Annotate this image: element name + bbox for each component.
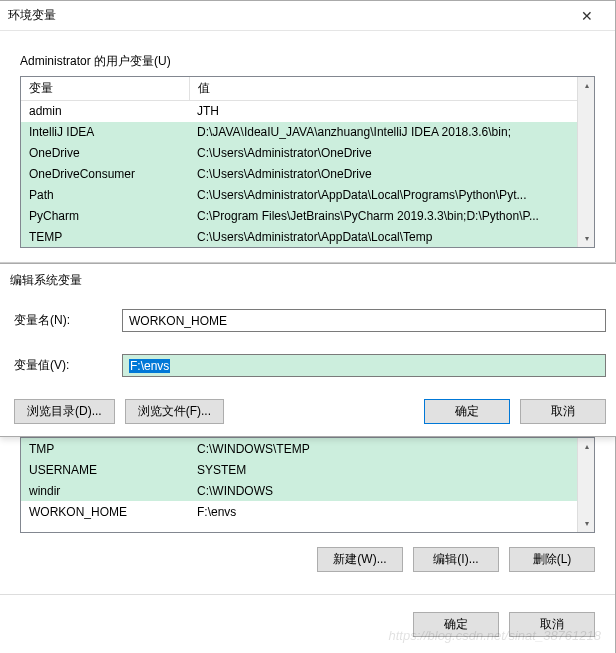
scroll-down-icon[interactable]: ▾	[578, 515, 595, 532]
var-name-cell: IntelliJ IDEA	[21, 122, 189, 143]
table-row[interactable]: PyCharmC:\Program Files\JetBrains\PyChar…	[21, 206, 594, 227]
system-vars-table-container: TMPC:\WINDOWS\TEMPUSERNAMESYSTEMwindirC:…	[20, 437, 595, 533]
scrollbar-vertical[interactable]: ▴ ▾	[577, 438, 594, 532]
variable-value-row: 变量值(V): F:\envs	[0, 348, 616, 383]
var-name-cell: TEMP	[21, 227, 189, 248]
var-value-cell: C:\WINDOWS	[189, 480, 594, 501]
ok-button[interactable]: 确定	[424, 399, 510, 424]
variable-name-input[interactable]	[122, 309, 606, 332]
dialog-button-row: 确定 取消	[0, 594, 615, 644]
user-vars-table-container: 变量 值 adminJTHIntelliJ IDEAD:\JAVA\IdeaIU…	[20, 76, 595, 248]
variable-value-label: 变量值(V):	[14, 357, 114, 374]
var-name-cell: WORKON_HOME	[21, 501, 189, 522]
var-value-cell: C:\Users\Administrator\OneDrive	[189, 143, 594, 164]
table-row[interactable]: PathC:\Users\Administrator\AppData\Local…	[21, 185, 594, 206]
col-header-value[interactable]: 值	[189, 77, 594, 101]
browse-directory-button[interactable]: 浏览目录(D)...	[14, 399, 115, 424]
var-value-cell: C:\Users\Administrator\OneDrive	[189, 164, 594, 185]
var-name-cell: windir	[21, 480, 189, 501]
var-value-cell: JTH	[189, 101, 594, 122]
table-row[interactable]: WORKON_HOMEF:\envs	[21, 501, 594, 522]
edit-system-variable-dialog: 编辑系统变量 变量名(N): 变量值(V): F:\envs 浏览目录(D)..…	[0, 263, 616, 437]
user-vars-label: Administrator 的用户变量(U)	[20, 53, 615, 70]
table-row[interactable]: adminJTH	[21, 101, 594, 122]
edit-dialog-button-row: 浏览目录(D)... 浏览文件(F)... 确定 取消	[0, 383, 616, 424]
titlebar[interactable]: 环境变量 ✕	[0, 1, 615, 31]
edit-dialog-title: 编辑系统变量	[0, 264, 616, 303]
table-row[interactable]: windirC:\WINDOWS	[21, 480, 594, 501]
var-name-cell: admin	[21, 101, 189, 122]
close-icon[interactable]: ✕	[567, 2, 607, 30]
var-value-cell: C:\WINDOWS\TEMP	[189, 438, 594, 459]
system-vars-button-row: 新建(W)... 编辑(I)... 删除(L)	[0, 533, 615, 572]
edit-button[interactable]: 编辑(I)...	[413, 547, 499, 572]
variable-name-row: 变量名(N):	[0, 303, 616, 338]
scrollbar-vertical[interactable]: ▴ ▾	[577, 77, 594, 247]
var-value-cell: C:\Users\Administrator\AppData\Local\Pro…	[189, 185, 594, 206]
table-row[interactable]: USERNAMESYSTEM	[21, 459, 594, 480]
browse-file-button[interactable]: 浏览文件(F)...	[125, 399, 224, 424]
variable-value-input[interactable]: F:\envs	[122, 354, 606, 377]
dialog-cancel-button[interactable]: 取消	[509, 612, 595, 637]
var-name-cell: OneDrive	[21, 143, 189, 164]
user-vars-table[interactable]: 变量 值 adminJTHIntelliJ IDEAD:\JAVA\IdeaIU…	[21, 77, 594, 248]
scroll-up-icon[interactable]: ▴	[578, 438, 595, 455]
var-name-cell: PyCharm	[21, 206, 189, 227]
var-name-cell: USERNAME	[21, 459, 189, 480]
var-name-cell: Path	[21, 185, 189, 206]
delete-button[interactable]: 删除(L)	[509, 547, 595, 572]
system-vars-section: TMPC:\WINDOWS\TEMPUSERNAMESYSTEMwindirC:…	[0, 437, 615, 644]
var-value-cell: SYSTEM	[189, 459, 594, 480]
new-button[interactable]: 新建(W)...	[317, 547, 403, 572]
var-name-cell: TMP	[21, 438, 189, 459]
scroll-up-icon[interactable]: ▴	[578, 77, 595, 94]
scroll-down-icon[interactable]: ▾	[578, 230, 595, 247]
dialog-title: 环境变量	[8, 7, 567, 24]
table-row[interactable]: TMPC:\WINDOWS\TEMP	[21, 438, 594, 459]
var-value-cell: C:\Users\Administrator\AppData\Local\Tem…	[189, 227, 594, 248]
system-vars-table[interactable]: TMPC:\WINDOWS\TEMPUSERNAMESYSTEMwindirC:…	[21, 438, 594, 522]
var-value-cell: F:\envs	[189, 501, 594, 522]
var-name-cell: OneDriveConsumer	[21, 164, 189, 185]
var-value-cell: D:\JAVA\IdeaIU_JAVA\anzhuang\IntelliJ ID…	[189, 122, 594, 143]
col-header-variable[interactable]: 变量	[21, 77, 189, 101]
env-vars-dialog: 环境变量 ✕ Administrator 的用户变量(U) 变量 值 admin…	[0, 0, 616, 653]
table-row[interactable]: TEMPC:\Users\Administrator\AppData\Local…	[21, 227, 594, 248]
var-value-cell: C:\Program Files\JetBrains\PyCharm 2019.…	[189, 206, 594, 227]
cancel-button[interactable]: 取消	[520, 399, 606, 424]
table-row[interactable]: IntelliJ IDEAD:\JAVA\IdeaIU_JAVA\anzhuan…	[21, 122, 594, 143]
table-row[interactable]: OneDriveConsumerC:\Users\Administrator\O…	[21, 164, 594, 185]
variable-name-label: 变量名(N):	[14, 312, 114, 329]
table-row[interactable]: OneDriveC:\Users\Administrator\OneDrive	[21, 143, 594, 164]
dialog-ok-button[interactable]: 确定	[413, 612, 499, 637]
